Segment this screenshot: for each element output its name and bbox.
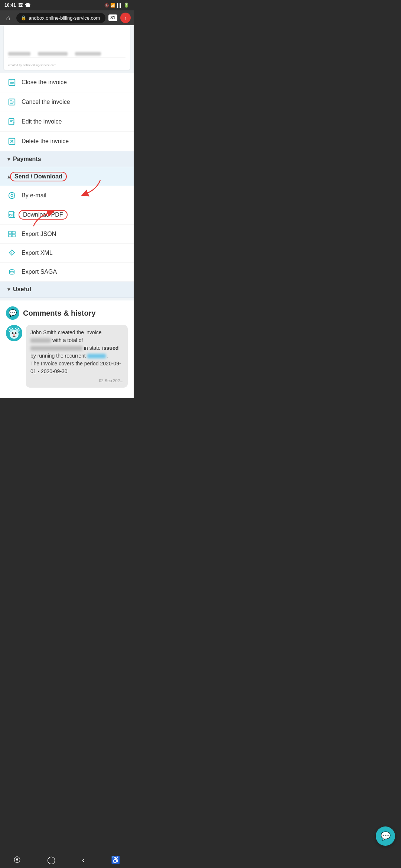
close-invoice-item[interactable]: Close the invoice xyxy=(0,73,134,92)
pdf-icon: PDF xyxy=(7,210,16,219)
time: 10:41 xyxy=(4,3,16,8)
export-saga-label: Export SAGA xyxy=(22,269,57,275)
delete-invoice-item[interactable]: Delete the invoice xyxy=(0,132,134,151)
blurred-field-2 xyxy=(38,52,68,56)
svg-point-19 xyxy=(10,329,13,332)
svg-rect-7 xyxy=(9,231,12,234)
send-download-circle-annotation: Send / Download xyxy=(10,172,67,181)
wifi-icon: 📶 xyxy=(110,3,115,8)
comment-timestamp: 02 Sep 202... xyxy=(30,378,123,384)
comments-title-text: Comments & history xyxy=(23,309,96,318)
delete-invoice-label: Delete the invoice xyxy=(22,138,69,145)
export-xml-item[interactable]: Export XML xyxy=(0,244,134,263)
status-left: 10:41 🖼 ☎ xyxy=(4,3,30,8)
comment-bubble: John Smith created the invoice with a to… xyxy=(26,325,128,388)
export-xml-label: Export XML xyxy=(22,250,53,256)
delete-invoice-icon xyxy=(7,137,16,146)
export-json-item[interactable]: Export JSON xyxy=(0,225,134,244)
invoice-blurred-content xyxy=(8,52,125,56)
svg-point-16 xyxy=(12,332,14,334)
avatar xyxy=(6,325,22,341)
mute-icon: 🔇 xyxy=(104,3,109,7)
payments-section-header[interactable]: ▾ Payments xyxy=(0,151,134,167)
download-pdf-item[interactable]: PDF Download PDF xyxy=(0,205,134,225)
blurred-field-3 xyxy=(75,52,101,56)
comment-created: created the invoice xyxy=(58,329,102,335)
svg-rect-8 xyxy=(9,234,12,237)
home-button[interactable]: ⌂ xyxy=(3,14,13,22)
comment-item: John Smith created the invoice with a to… xyxy=(6,325,128,388)
export-saga-item[interactable]: Export SAGA xyxy=(0,263,134,282)
status-bar: 10:41 🖼 ☎ 🔇 📶 ▌▌ 🔋 xyxy=(0,0,134,10)
saga-icon xyxy=(7,267,16,276)
svg-point-17 xyxy=(15,332,17,334)
tab-count[interactable]: 81 xyxy=(108,14,117,21)
payments-chevron: ▾ xyxy=(7,156,10,162)
comments-section: 💬 Comments & history xyxy=(0,300,134,398)
by-email-item[interactable]: By e-mail xyxy=(0,186,134,205)
browser-chrome: ⌂ 🔒 andbox.online-billing-service.com 81… xyxy=(0,10,134,25)
blurred-recurrent xyxy=(87,354,106,358)
download-pdf-circle-annotation: Download PDF xyxy=(19,210,68,220)
address-bar[interactable]: 🔒 andbox.online-billing-service.com xyxy=(16,13,105,23)
avatar-svg xyxy=(6,325,22,341)
edit-invoice-icon xyxy=(7,117,16,126)
svg-rect-9 xyxy=(12,231,15,234)
url-text: andbox.online-billing-service.com xyxy=(29,15,100,21)
useful-section-header[interactable]: ▾ Useful xyxy=(0,282,134,297)
comment-text: John Smith created the invoice with a to… xyxy=(30,329,123,375)
lock-icon: 🔒 xyxy=(21,15,26,20)
blurred-invoice-id xyxy=(30,338,51,343)
status-right: 🔇 📶 ▌▌ 🔋 xyxy=(104,3,129,8)
comment-author: John Smith xyxy=(30,329,56,335)
send-download-label: Send / Download xyxy=(13,172,67,181)
battery-icon: 🔋 xyxy=(124,3,129,8)
comment-state: issued xyxy=(102,345,118,351)
svg-text:PDF: PDF xyxy=(9,214,14,216)
cancel-invoice-label: Cancel the invoice xyxy=(22,99,70,105)
close-invoice-label: Close the invoice xyxy=(22,79,67,86)
invoice-preview: created by online-billing-service.com xyxy=(4,25,130,70)
photo-icon: 🖼 xyxy=(18,3,23,8)
by-email-label: By e-mail xyxy=(22,192,46,199)
nfc-icon: ☎ xyxy=(25,3,30,8)
action-menu: Close the invoice Cancel the invoice xyxy=(0,73,134,297)
send-download-chevron: ▴ xyxy=(7,174,10,180)
main-content: created by online-billing-service.com Cl… xyxy=(0,25,134,398)
svg-rect-10 xyxy=(12,234,15,237)
svg-point-11 xyxy=(10,270,14,272)
blurred-field-1 xyxy=(8,52,30,56)
extension-button[interactable]: ↑ xyxy=(120,13,131,23)
invoice-footer: created by online-billing-service.com xyxy=(8,63,56,67)
svg-point-20 xyxy=(16,329,19,332)
edit-invoice-item[interactable]: Edit the invoice xyxy=(0,112,134,132)
close-invoice-icon xyxy=(7,78,16,87)
useful-chevron: ▾ xyxy=(7,286,10,292)
signal-icon: ▌▌ xyxy=(117,3,122,7)
download-pdf-label: Download PDF xyxy=(22,210,68,220)
comment-period: The Invoice covers the period 2020-09-01… xyxy=(30,361,121,374)
blurred-total xyxy=(30,346,82,351)
email-icon xyxy=(7,191,16,200)
useful-label: Useful xyxy=(13,286,31,293)
send-download-section-header[interactable]: ▴ Send / Download xyxy=(0,167,134,186)
cancel-invoice-item[interactable]: Cancel the invoice xyxy=(0,92,134,112)
svg-point-18 xyxy=(13,334,15,336)
edit-invoice-label: Edit the invoice xyxy=(22,118,62,125)
xml-icon xyxy=(7,249,16,257)
comments-title: 💬 Comments & history xyxy=(6,306,128,320)
comments-icon: 💬 xyxy=(6,306,19,320)
cancel-invoice-icon xyxy=(7,98,16,106)
export-json-label: Export JSON xyxy=(22,231,56,237)
payments-label: Payments xyxy=(13,156,41,162)
json-icon xyxy=(7,230,16,239)
send-download-wrapper: ▴ Send / Download xyxy=(0,167,134,282)
